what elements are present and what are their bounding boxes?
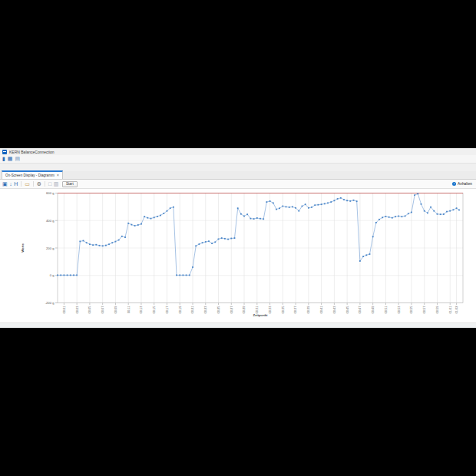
- anhalten-button[interactable]: Anhalten: [452, 182, 474, 186]
- stop-record-icon: [452, 182, 456, 186]
- tab-onscreen-display-diagramm[interactable]: On-Screen Display - Diagramm ×: [2, 170, 63, 179]
- new-window-icon[interactable]: □: [48, 181, 51, 187]
- svg-text:00:09: 00:09: [114, 306, 117, 314]
- svg-text:00:15: 00:15: [152, 306, 156, 314]
- copy-chart-icon[interactable]: ▣: [2, 181, 8, 187]
- start-button[interactable]: Start: [62, 181, 78, 187]
- screenshot-root: KERN BalanceConnection ▮▦▤ On-Screen Dis…: [0, 0, 476, 476]
- svg-text:00:11: 00:11: [127, 306, 131, 313]
- svg-text:00:03: 00:03: [75, 306, 79, 314]
- tab-label: On-Screen Display - Diagramm: [5, 174, 55, 177]
- svg-text:00:17: 00:17: [165, 306, 169, 314]
- report-icon[interactable]: ▤: [15, 156, 20, 162]
- measurement-series-icon[interactable]: H: [14, 181, 18, 187]
- svg-text:00:33: 00:33: [268, 306, 272, 314]
- ribbon-spacer: [0, 164, 476, 171]
- svg-text:00:31: 00:31: [255, 306, 259, 314]
- save-image-icon[interactable]: ↓: [9, 181, 12, 187]
- svg-text:00:35: 00:35: [281, 306, 285, 314]
- svg-text:00:57: 00:57: [422, 306, 426, 314]
- y-axis-title: Werte: [21, 243, 25, 253]
- svg-text:00:53: 00:53: [397, 306, 401, 314]
- svg-text:01:02: 01:02: [455, 306, 458, 314]
- svg-text:-200 g: -200 g: [45, 301, 55, 305]
- data-table-icon[interactable]: ▦: [8, 156, 13, 162]
- svg-text:00:45: 00:45: [345, 306, 349, 314]
- svg-text:01:01: 01:01: [448, 306, 452, 314]
- svg-text:00:41: 00:41: [319, 306, 323, 314]
- svg-text:00:21: 00:21: [190, 306, 194, 314]
- toolbar-separator: [33, 181, 34, 187]
- svg-text:00:43: 00:43: [332, 306, 336, 314]
- svg-text:00:29: 00:29: [242, 306, 246, 314]
- svg-text:00:13: 00:13: [139, 306, 143, 314]
- settings-gear-icon[interactable]: ⚙: [37, 181, 41, 187]
- app-window: KERN BalanceConnection ▮▦▤ On-Screen Dis…: [0, 148, 476, 328]
- title-bar: KERN BalanceConnection: [0, 148, 476, 155]
- export-icon[interactable]: ▭: [25, 181, 30, 187]
- svg-text:00:05: 00:05: [88, 306, 91, 314]
- anhalten-label: Anhalten: [458, 182, 472, 186]
- x-axis-title: Zeitpunkt: [253, 313, 268, 317]
- window-title: KERN BalanceConnection: [9, 150, 55, 154]
- weight-chart-svg: -200 g0 g200 g400 g600 g00:0100:0300:050…: [0, 189, 476, 322]
- tab-close-icon[interactable]: ×: [57, 174, 59, 177]
- chart-area: -200 g0 g200 g400 g600 g00:0100:0300:050…: [0, 189, 476, 328]
- svg-text:200 g: 200 g: [46, 246, 55, 250]
- svg-text:00:55: 00:55: [409, 306, 413, 314]
- svg-text:00:49: 00:49: [371, 306, 375, 314]
- svg-text:600 g: 600 g: [46, 191, 55, 195]
- layers-icon[interactable]: ▥: [54, 181, 59, 187]
- svg-text:00:47: 00:47: [358, 306, 362, 314]
- svg-text:00:01: 00:01: [62, 306, 66, 314]
- balance-device-icon[interactable]: ▮: [2, 156, 5, 162]
- svg-text:00:59: 00:59: [435, 306, 439, 314]
- toolbar-separator: [45, 181, 45, 187]
- toolbar-separator: [21, 181, 21, 187]
- status-bar: [0, 322, 476, 328]
- chart-gridlines: [58, 193, 463, 303]
- chart-toolbar: ▣↓H▭⚙□▥Start Anhalten: [0, 180, 476, 189]
- svg-text:400 g: 400 g: [46, 219, 55, 223]
- svg-text:00:37: 00:37: [293, 306, 297, 314]
- svg-text:00:51: 00:51: [384, 306, 388, 314]
- tab-bar: On-Screen Display - Diagramm ×: [0, 171, 476, 180]
- svg-text:00:19: 00:19: [178, 306, 182, 314]
- svg-text:00:39: 00:39: [306, 306, 310, 314]
- main-toolbar: ▮▦▤: [0, 155, 476, 164]
- svg-text:00:25: 00:25: [217, 306, 220, 314]
- svg-text:00:23: 00:23: [203, 306, 207, 314]
- app-logo-icon: [2, 150, 7, 154]
- svg-text:00:27: 00:27: [230, 306, 233, 314]
- svg-text:0 g: 0 g: [50, 273, 55, 277]
- svg-text:00:07: 00:07: [101, 306, 104, 314]
